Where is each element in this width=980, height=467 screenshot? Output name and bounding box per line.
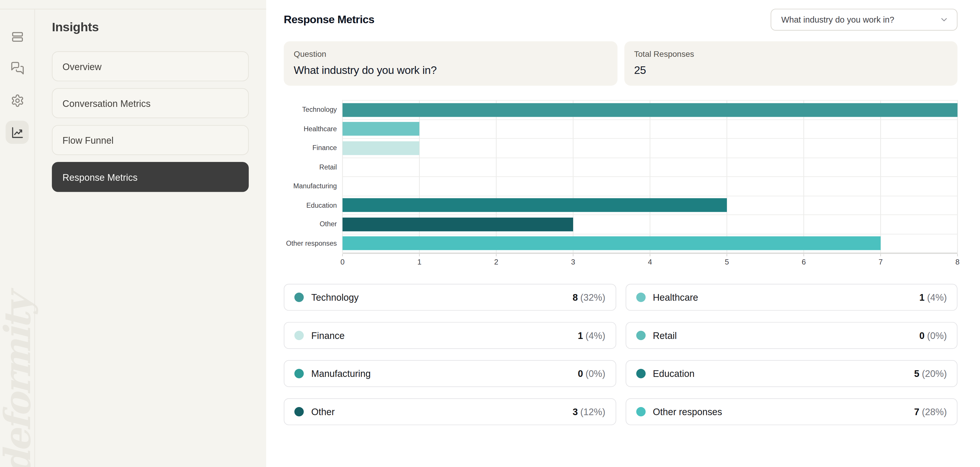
bar-other-responses[interactable] [343, 236, 881, 250]
legend-value: 8 [573, 292, 578, 303]
legend-label: Healthcare [653, 292, 698, 303]
legend-dot [294, 331, 304, 340]
sidebar-item-response-metrics[interactable]: Response Metrics [52, 162, 249, 192]
legend-value: 1 [578, 330, 583, 341]
main-content: Response Metrics What industry do you wo… [266, 0, 980, 467]
legend-label: Education [653, 368, 694, 379]
legend-card-technology[interactable]: Technology8(32%) [284, 284, 616, 311]
sidebar-title: Insights [52, 20, 266, 35]
legend-label: Other [311, 406, 335, 417]
legend-value: 0 [578, 368, 583, 379]
legend-label: Technology [311, 292, 359, 303]
chart-plot-cell [343, 195, 958, 214]
chart-category-label: Technology [284, 100, 343, 119]
chart-plot-cell [343, 177, 958, 196]
chart-rows: TechnologyHealthcareFinanceRetailManufac… [284, 100, 958, 253]
legend-dot [636, 331, 645, 340]
bar-finance[interactable] [343, 141, 419, 155]
chevron-down-icon [939, 15, 949, 24]
chart-category-label: Education [284, 195, 343, 214]
bar-other[interactable] [343, 218, 573, 231]
legend-percent: (4%) [927, 292, 947, 303]
x-tick-label: 0 [340, 258, 344, 266]
chart-plot-cell [343, 157, 958, 177]
summary-cards: Question What industry do you work in? T… [284, 41, 958, 86]
legend-card-finance[interactable]: Finance1(4%) [284, 322, 616, 349]
x-tick-label: 4 [648, 258, 652, 266]
chart-category-label: Finance [284, 138, 343, 157]
question-select-value: What industry do you work in? [781, 15, 894, 24]
legend-percent: (28%) [922, 406, 947, 417]
bar-technology[interactable] [343, 103, 958, 117]
legend-dot [636, 369, 645, 378]
x-tick-label: 8 [955, 258, 959, 266]
legend-card-education[interactable]: Education5(20%) [625, 360, 958, 387]
chart-row-other: Other [284, 214, 958, 234]
top-strip [0, 0, 266, 9]
sidebar-item-overview[interactable]: Overview [52, 51, 249, 81]
chat-bubbles-icon[interactable] [5, 56, 29, 80]
sidebar-item-conversation-metrics[interactable]: Conversation Metrics [52, 88, 249, 118]
legend-card-healthcare[interactable]: Healthcare1(4%) [625, 284, 958, 311]
trend-chart-icon[interactable] [5, 121, 29, 144]
legend-value: 7 [914, 406, 920, 417]
legend-dot [294, 369, 304, 378]
sidebar-nav: OverviewConversation MetricsFlow FunnelR… [52, 51, 249, 192]
legend-percent: (0%) [585, 368, 605, 379]
legend-dot [294, 293, 304, 302]
legend-dot [636, 293, 645, 302]
question-select[interactable]: What industry do you work in? [771, 9, 958, 31]
chart-row-manufacturing: Manufacturing [284, 177, 958, 196]
sidebar: Insights OverviewConversation MetricsFlo… [35, 9, 266, 192]
app-window: deformity [0, 0, 980, 467]
legend-value: 5 [914, 368, 920, 379]
question-card-value: What industry do you work in? [294, 64, 607, 77]
chart-row-finance: Finance [284, 138, 958, 157]
x-axis-labels: 012345678 [343, 254, 958, 269]
legend-dot [636, 407, 645, 416]
icon-rail [0, 9, 35, 467]
total-responses-label: Total Responses [634, 49, 947, 59]
legend-label: Manufacturing [311, 368, 371, 379]
chart-plot-cell [343, 100, 958, 119]
legend-percent: (0%) [927, 330, 947, 341]
legend-label: Retail [653, 330, 677, 341]
legend-percent: (32%) [581, 292, 605, 303]
chart-row-retail: Retail [284, 157, 958, 177]
chart-category-label: Retail [284, 157, 343, 177]
sidebar-item-flow-funnel[interactable]: Flow Funnel [52, 125, 249, 155]
legend-percent: (12%) [581, 406, 605, 417]
x-tick-label: 6 [802, 258, 806, 266]
rows-icon[interactable] [5, 25, 29, 48]
gear-icon[interactable] [5, 89, 29, 112]
x-tick-label: 7 [879, 258, 883, 266]
legend-card-manufacturing[interactable]: Manufacturing0(0%) [284, 360, 616, 387]
chart-row-healthcare: Healthcare [284, 119, 958, 138]
legend-dot [294, 407, 304, 416]
legend-card-other[interactable]: Other3(12%) [284, 398, 616, 425]
left-panel: deformity [0, 0, 266, 467]
legend-value: 1 [920, 292, 925, 303]
chart-plot-cell [343, 138, 958, 157]
x-tick-label: 1 [417, 258, 422, 266]
legend-card-retail[interactable]: Retail0(0%) [625, 322, 958, 349]
legend-card-other-responses[interactable]: Other responses7(28%) [625, 398, 958, 425]
chart-plot-cell [343, 119, 958, 138]
legend-value: 3 [573, 406, 578, 417]
x-tick-label: 2 [494, 258, 498, 266]
legend-value: 0 [920, 330, 925, 341]
page-title: Response Metrics [284, 13, 374, 26]
x-tick-label: 3 [571, 258, 575, 266]
chart-plot-cell [343, 234, 958, 253]
total-responses-card: Total Responses 25 [624, 41, 958, 86]
legend-percent: (4%) [585, 330, 605, 341]
legend-grid: Technology8(32%)Healthcare1(4%)Finance1(… [284, 284, 958, 425]
chart-row-other-responses: Other responses [284, 234, 958, 253]
total-responses-value: 25 [634, 64, 947, 77]
chart-plot-cell [343, 214, 958, 234]
question-card-label: Question [294, 49, 607, 59]
legend-percent: (20%) [922, 368, 947, 379]
chart-row-technology: Technology [284, 100, 958, 119]
bar-healthcare[interactable] [343, 122, 419, 135]
bar-education[interactable] [343, 198, 727, 212]
